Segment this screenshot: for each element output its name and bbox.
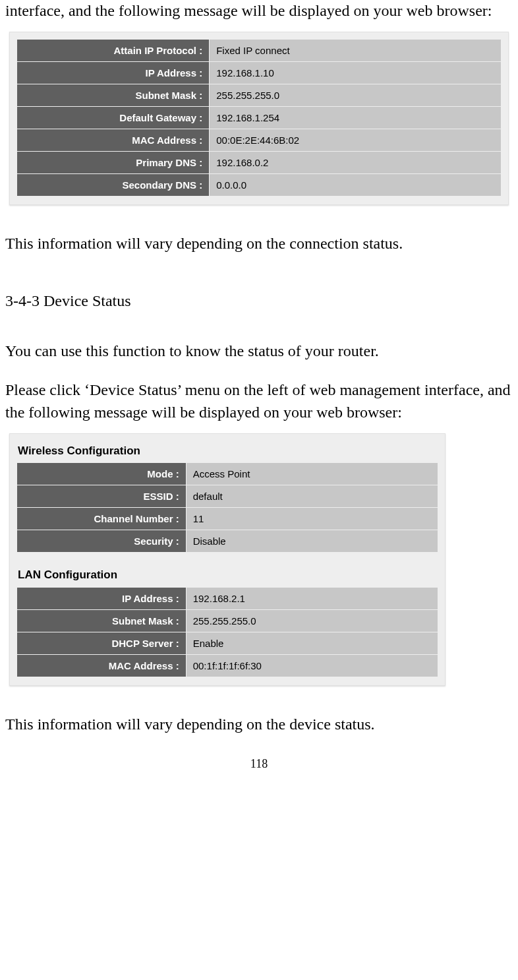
table-row: Primary DNS : 192.168.0.2 [17,152,501,173]
row-value: 255.255.255.0 [210,84,501,106]
row-value: Access Point [187,463,438,485]
row-label: MAC Address : [17,655,186,677]
row-label: Secondary DNS : [17,174,209,196]
device-status-panel: Wireless Configuration Mode : Access Poi… [9,433,446,687]
row-label: Subnet Mask : [17,610,186,632]
row-value: default [187,485,438,507]
table-row: Channel Number : 11 [17,508,438,530]
vary-note-2: This information will vary depending on … [5,714,513,736]
row-label: Attain IP Protocol : [17,40,209,61]
row-label: ESSID : [17,485,186,507]
lan-config-table: IP Address : 192.168.2.1 Subnet Mask : 2… [16,587,438,677]
wireless-config-table: Mode : Access Point ESSID : default Chan… [16,462,438,553]
table-row: Attain IP Protocol : Fixed IP connect [17,40,501,61]
section-heading-343: 3-4-3 Device Status [5,290,513,313]
row-value: 0.0.0.0 [210,174,501,196]
table-row: DHCP Server : Enable [17,632,438,654]
intro-fragment: interface, and the following message wil… [5,0,513,22]
connection-status-panel: Attain IP Protocol : Fixed IP connect IP… [9,32,509,205]
table-row: MAC Address : 00:1f:1f:1f:6f:30 [17,655,438,677]
row-value: 00:1f:1f:1f:6f:30 [187,655,438,677]
table-row: Secondary DNS : 0.0.0.0 [17,174,501,196]
row-label: Primary DNS : [17,152,209,173]
row-value: 00:0E:2E:44:6B:02 [210,129,501,151]
row-label: Mode : [17,463,186,485]
row-label: Default Gateway : [17,107,209,129]
row-value: 192.168.1.254 [210,107,501,129]
row-label: Subnet Mask : [17,84,209,106]
row-label: DHCP Server : [17,632,186,654]
table-row: Mode : Access Point [17,463,438,485]
device-status-intro: You can use this function to know the st… [5,340,513,363]
row-value: Fixed IP connect [210,40,501,61]
row-label: IP Address : [17,588,186,609]
table-row: Default Gateway : 192.168.1.254 [17,107,501,129]
row-value: 192.168.2.1 [187,588,438,609]
table-row: MAC Address : 00:0E:2E:44:6B:02 [17,129,501,151]
row-value: 255.255.255.0 [187,610,438,632]
row-value: 192.168.1.10 [210,62,501,84]
table-row: Subnet Mask : 255.255.255.0 [17,84,501,106]
connection-status-table: Attain IP Protocol : Fixed IP connect IP… [16,39,502,197]
row-value: 192.168.0.2 [210,152,501,173]
device-status-instruction: Please click ‘Device Status’ menu on the… [5,379,513,423]
table-row: IP Address : 192.168.2.1 [17,588,438,609]
row-label: IP Address : [17,62,209,84]
table-row: IP Address : 192.168.1.10 [17,62,501,84]
wireless-config-title: Wireless Configuration [18,443,437,459]
row-label: MAC Address : [17,129,209,151]
page-number: 118 [5,756,513,772]
table-row: ESSID : default [17,485,438,507]
row-value: Disable [187,530,438,552]
table-row: Security : Disable [17,530,438,552]
row-value: 11 [187,508,438,530]
table-row: Subnet Mask : 255.255.255.0 [17,610,438,632]
row-label: Security : [17,530,186,552]
vary-note-1: This information will vary depending on … [5,233,513,255]
row-value: Enable [187,632,438,654]
row-label: Channel Number : [17,508,186,530]
lan-config-title: LAN Configuration [18,567,437,583]
